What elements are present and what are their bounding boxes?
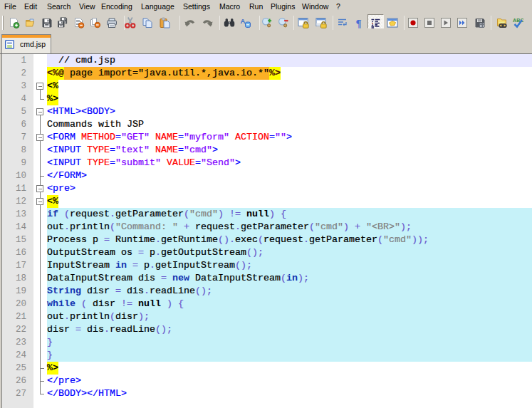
svg-text:¶: ¶ <box>356 18 362 29</box>
svg-text:A: A <box>241 17 246 25</box>
